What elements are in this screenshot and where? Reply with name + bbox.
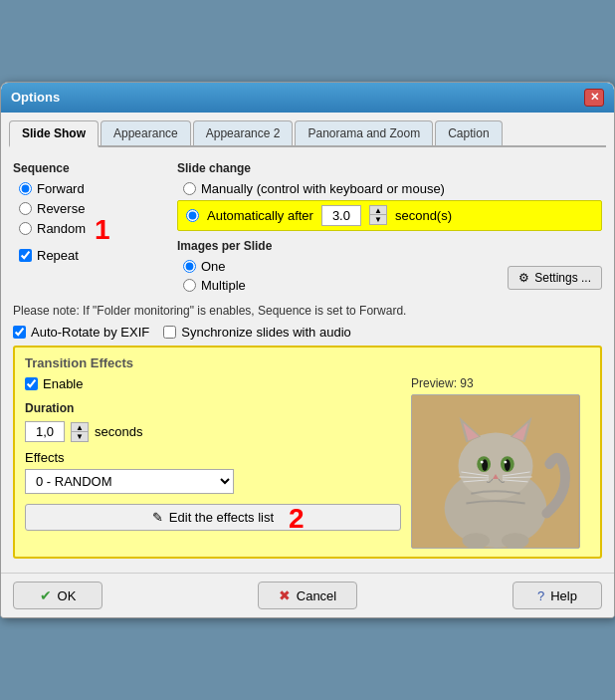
preview-box: Preview: 93	[411, 376, 590, 549]
radio-reverse[interactable]: Reverse	[19, 201, 167, 216]
ok-button[interactable]: ✔ OK	[13, 582, 102, 609]
auto-seconds-input[interactable]	[321, 205, 361, 226]
title-bar: Options ✕	[1, 83, 614, 113]
cancel-label: Cancel	[297, 588, 336, 603]
radio-forward-input[interactable]	[19, 182, 32, 195]
images-per-slide-section: Images per Slide One Multiple	[177, 239, 602, 293]
ok-label: OK	[58, 588, 77, 603]
sync-audio-checkbox[interactable]	[163, 326, 176, 339]
footer: ✔ OK ✖ Cancel ? Help	[1, 573, 614, 617]
duration-row: ▲ ▼ seconds	[25, 421, 401, 442]
cancel-button[interactable]: ✖ Cancel	[258, 582, 357, 609]
preview-image	[411, 394, 580, 549]
svg-point-12	[504, 461, 507, 464]
right-panel: Slide change Manually (control with keyb…	[177, 161, 602, 293]
tab-appearance2[interactable]: Appearance 2	[193, 120, 294, 145]
slide-change-label: Slide change	[177, 161, 602, 175]
radio-multiple-label: Multiple	[201, 278, 246, 293]
tab-panorama-zoom[interactable]: Panorama and Zoom	[295, 120, 433, 145]
tab-bar: Slide Show Appearance Appearance 2 Panor…	[9, 120, 606, 147]
sequence-label: Sequence	[13, 161, 167, 175]
radio-one-label: One	[201, 259, 226, 274]
duration-input[interactable]	[25, 421, 65, 442]
radio-manually[interactable]: Manually (control with keyboard or mouse…	[183, 181, 602, 196]
cancel-icon: ✖	[279, 587, 291, 603]
effects-dropdown[interactable]: 0 - RANDOM 1 - Fade 2 - Slide 3 - Zoom	[25, 469, 234, 494]
spin-up-icon[interactable]: ▲	[370, 206, 386, 215]
duration-spinner[interactable]: ▲ ▼	[71, 422, 89, 442]
svg-point-11	[481, 461, 484, 464]
help-label: Help	[550, 588, 577, 603]
content-area: Slide Show Appearance Appearance 2 Panor…	[1, 113, 614, 574]
tab-slide-show[interactable]: Slide Show	[9, 120, 99, 147]
options-window: Options ✕ Slide Show Appearance Appearan…	[0, 82, 615, 619]
radio-one-input[interactable]	[183, 260, 196, 273]
transition-controls: Enable Duration ▲ ▼ seconds	[25, 376, 401, 549]
help-button[interactable]: ? Help	[512, 582, 602, 609]
transition-title: Transition Effects	[25, 355, 590, 370]
settings-label: Settings ...	[534, 271, 591, 285]
settings-button[interactable]: ⚙ Settings ...	[508, 266, 602, 290]
duration-section: Duration ▲ ▼ seconds	[25, 401, 401, 442]
sync-audio-checkbox-row[interactable]: Synchronize slides with audio	[163, 325, 351, 340]
svg-point-9	[482, 460, 488, 472]
auto-unit-label: second(s)	[395, 208, 452, 223]
duration-spin-down[interactable]: ▼	[72, 432, 88, 441]
auto-rotate-checkbox-row[interactable]: Auto-Rotate by EXIF	[13, 325, 149, 340]
ok-icon: ✔	[40, 587, 52, 603]
tab-appearance[interactable]: Appearance	[101, 120, 191, 145]
radio-random-label: Random	[37, 221, 86, 236]
close-button[interactable]: ✕	[584, 89, 604, 107]
edit-effects-icon: ✎	[152, 510, 163, 525]
effects-label: Effects	[25, 450, 401, 465]
radio-multiple[interactable]: Multiple	[183, 278, 246, 293]
enable-label: Enable	[43, 376, 83, 391]
radio-auto-input[interactable]	[186, 209, 199, 222]
enable-checkbox[interactable]	[25, 377, 38, 390]
radio-manually-input[interactable]	[183, 182, 196, 195]
duration-spin-up[interactable]: ▲	[72, 423, 88, 432]
auto-seconds-spinner[interactable]: ▲ ▼	[369, 205, 387, 225]
tab-caption[interactable]: Caption	[435, 120, 502, 145]
sequence-radio-group: Forward Reverse Random	[19, 181, 167, 236]
options-checkbox-row: Auto-Rotate by EXIF Synchronize slides w…	[13, 325, 602, 340]
images-radio-group: One Multiple	[177, 259, 246, 293]
radio-random-input[interactable]	[19, 222, 32, 235]
sync-audio-label: Synchronize slides with audio	[181, 325, 351, 340]
svg-point-2	[458, 433, 532, 500]
help-icon: ?	[537, 588, 544, 603]
radio-one[interactable]: One	[183, 259, 246, 274]
radio-random[interactable]: Random	[19, 221, 167, 236]
radio-reverse-label: Reverse	[37, 201, 85, 216]
preview-label: Preview: 93	[411, 376, 590, 390]
auto-rotate-checkbox[interactable]	[13, 326, 26, 339]
repeat-checkbox-row: Repeat	[19, 248, 167, 263]
radio-multiple-input[interactable]	[183, 279, 196, 292]
radio-manually-label: Manually (control with keyboard or mouse…	[201, 181, 445, 196]
auto-after-row: Automatically after ▲ ▼ second(s)	[177, 200, 602, 231]
edit-effects-label: Edit the effects list	[169, 510, 274, 525]
note-text: Please note: If "Folder monitoring" is e…	[13, 303, 602, 320]
duration-label: Duration	[25, 401, 401, 415]
effects-section: Effects 0 - RANDOM 1 - Fade 2 - Slide 3 …	[25, 450, 401, 494]
slide-change-section: Slide change Manually (control with keyb…	[177, 161, 602, 231]
window-title: Options	[11, 90, 60, 105]
auto-after-label: Automatically after	[207, 208, 313, 223]
radio-forward-label: Forward	[37, 181, 85, 196]
auto-rotate-label: Auto-Rotate by EXIF	[31, 325, 149, 340]
transition-bottom-area: Enable Duration ▲ ▼ seconds	[25, 376, 590, 549]
repeat-label: Repeat	[37, 248, 79, 263]
transition-effects-box: Transition Effects Enable Duration ▲	[13, 346, 602, 559]
enable-checkbox-row[interactable]: Enable	[25, 376, 401, 391]
duration-unit: seconds	[95, 424, 142, 439]
images-per-slide-label: Images per Slide	[177, 239, 602, 253]
sequence-panel: Sequence Forward Reverse Random	[13, 161, 167, 293]
radio-forward[interactable]: Forward	[19, 181, 167, 196]
edit-effects-button[interactable]: ✎ Edit the effects list	[25, 504, 401, 531]
spin-down-icon[interactable]: ▼	[370, 215, 386, 224]
main-area: Sequence Forward Reverse Random	[9, 157, 606, 297]
settings-icon: ⚙	[518, 271, 529, 285]
radio-reverse-input[interactable]	[19, 202, 32, 215]
repeat-checkbox[interactable]	[19, 249, 32, 262]
